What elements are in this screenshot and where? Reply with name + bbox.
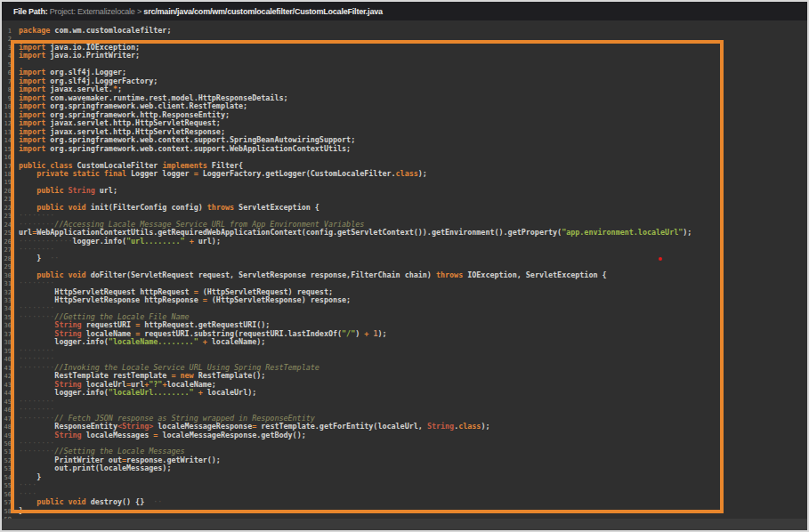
code-token: } xyxy=(19,506,23,515)
code-line[interactable]: 57 public void destroy() {} ·· xyxy=(2,498,807,506)
code-token: "localeUrl........" xyxy=(109,388,194,397)
code-line[interactable]: 49 String localeMessages = localeMessage… xyxy=(2,431,807,439)
code-token: doFilter(ServletRequest request, Servlet… xyxy=(91,270,436,279)
code-token: ·· xyxy=(41,254,59,262)
code-token: ServletException { xyxy=(234,203,320,212)
code-token xyxy=(19,169,36,178)
code-token: package xyxy=(19,26,50,35)
code-token: org.springframework.web.context.support.… xyxy=(45,144,351,153)
code-token: public void xyxy=(36,497,91,506)
code-token: import xyxy=(19,144,45,153)
code-token: localeMessageResponse.getBody(); xyxy=(158,431,305,439)
code-token xyxy=(19,186,36,195)
code-line[interactable]: 45········ xyxy=(2,398,807,406)
code-token: throws xyxy=(207,203,234,212)
code-token: "localeName........" xyxy=(109,337,198,346)
fold-arrow-icon[interactable]: ▾ xyxy=(11,271,13,279)
file-path-label: File Path: xyxy=(13,7,50,16)
code-line[interactable]: 44 logger.info("localeUrl........" + loc… xyxy=(2,389,807,397)
code-line[interactable]: 26············logger.info("url........" … xyxy=(2,238,807,246)
code-line[interactable]: 27········ xyxy=(2,246,807,254)
code-token: ·· xyxy=(144,497,162,506)
code-token: LoggerFactory.getLogger(CustomLocaleFilt… xyxy=(198,169,396,178)
code-token: Logger logger xyxy=(126,169,194,178)
code-line[interactable]: 18 private static final Logger logger = … xyxy=(2,170,807,178)
code-token: localeMessages xyxy=(82,431,154,439)
code-line[interactable]: 39········ xyxy=(2,347,807,355)
code-token: class xyxy=(458,422,481,431)
code-token: url; xyxy=(95,186,117,195)
code-token: "app.environment.localeUrl" xyxy=(562,228,683,237)
code-token: url); xyxy=(194,237,221,246)
breadcrumb: Project: Externalizelocale > xyxy=(50,7,144,16)
code-token: destroy() {} xyxy=(91,497,145,506)
code-token: ); xyxy=(481,422,489,431)
code-token: ) xyxy=(355,329,364,338)
code-token: import xyxy=(19,51,45,60)
code-line[interactable]: 19 xyxy=(2,178,807,186)
code-line[interactable]: 20 public String url; xyxy=(2,187,807,195)
code-token: } xyxy=(19,254,41,262)
code-token: out.print(localeMessages); xyxy=(19,463,171,472)
file-path-bar: File Path: Project: Externalizelocale > … xyxy=(2,2,807,20)
error-marker-dot xyxy=(659,257,662,261)
code-line[interactable]: 33 HttpServletResponse httpResponse = (H… xyxy=(2,296,807,304)
status-strip xyxy=(2,519,807,530)
file-path-value: src/main/java/com/wm/customlocalefilter/… xyxy=(143,7,383,16)
code-lines: 1package com.wm.customlocalefilter;23imp… xyxy=(2,27,807,519)
code-line[interactable]: 58} xyxy=(2,507,807,515)
code-token: localeUrl); xyxy=(203,388,257,397)
code-token: logger.info( xyxy=(73,237,127,246)
code-line[interactable]: 30▾ public void doFilter(ServletRequest … xyxy=(2,271,807,279)
code-line[interactable]: 38 logger.info("localeName........" + lo… xyxy=(2,338,807,346)
code-token: String xyxy=(427,422,454,431)
code-token: "url........" xyxy=(126,237,185,246)
code-token: IOException, ServletException { xyxy=(463,270,606,279)
code-line[interactable]: 55···· xyxy=(2,481,807,489)
code-line[interactable]: 7import org.slf4j.LoggerFactory; xyxy=(2,77,807,85)
code-token: class xyxy=(396,169,418,178)
code-token: java.io.PrintWriter; xyxy=(45,51,140,60)
code-editor[interactable]: 1package com.wm.customlocalefilter;23imp… xyxy=(2,20,807,519)
code-line[interactable]: 54 } xyxy=(2,473,807,481)
code-token: String xyxy=(68,186,94,195)
code-token: public xyxy=(36,186,68,195)
code-token: ); xyxy=(683,228,692,237)
code-line[interactable]: 53 out.print(localeMessages); xyxy=(2,464,807,472)
code-token: localeName); xyxy=(207,337,266,346)
code-line[interactable]: 4import java.io.PrintWriter; xyxy=(2,52,807,60)
fold-arrow-icon[interactable]: ▾ xyxy=(11,162,13,170)
fold-arrow-icon[interactable]: ▾ xyxy=(11,204,13,212)
code-token: (HttpServletResponse) response; xyxy=(207,295,351,304)
code-token: throws xyxy=(436,270,463,279)
code-line[interactable]: 22▾ public void init(FilterConfig config… xyxy=(2,204,807,212)
code-line[interactable]: 1package com.wm.customlocalefilter; xyxy=(2,27,807,35)
code-token: com.wm.customlocalefilter; xyxy=(50,26,171,35)
code-token: init(FilterConfig config) xyxy=(91,203,207,212)
code-token: ); xyxy=(377,329,386,338)
code-token: ); xyxy=(418,169,427,178)
code-line[interactable]: 28 } ·· xyxy=(2,254,807,262)
code-token: "/" xyxy=(342,329,355,338)
code-token: private static final xyxy=(36,169,126,178)
code-token: String xyxy=(54,431,81,439)
editor-window: File Path: Project: Externalizelocale > … xyxy=(0,0,809,532)
code-line[interactable]: 15import org.springframework.web.context… xyxy=(2,145,807,153)
